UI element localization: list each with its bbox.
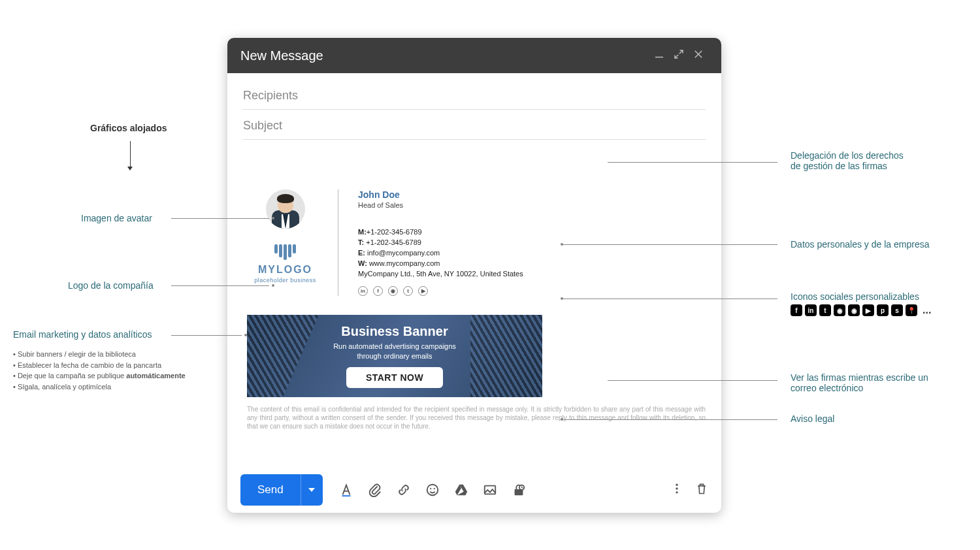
close-icon[interactable] — [689, 48, 708, 63]
subject-field[interactable]: Subject — [243, 110, 706, 140]
instagram-icon: ◉ — [848, 304, 860, 316]
label-legal: Aviso legal — [791, 413, 834, 424]
banner-subtitle: Run automated advertising campaigns thro… — [323, 342, 466, 361]
label-personal-data: Datos personales y de la empresa — [791, 239, 929, 250]
svg-point-1 — [430, 488, 431, 489]
label-company-logo: Logo de la compañía — [68, 280, 154, 291]
minimize-icon[interactable] — [649, 48, 669, 63]
linkedin-icon[interactable]: in — [358, 286, 368, 296]
label-avatar: Imagen de avatar — [81, 213, 152, 223]
legal-disclaimer: The content of this email is confidentia… — [247, 405, 706, 430]
email-signature: MYLOGO placeholder business John Doe Hea… — [243, 189, 706, 296]
youtube-icon: ▶ — [862, 304, 874, 316]
map-pin-icon: 📍 — [906, 304, 917, 316]
signature-social-icons: in f ◉ t ▶ — [358, 286, 706, 296]
signature-name: John Doe — [358, 189, 706, 200]
svg-point-8 — [676, 491, 678, 493]
company-logo-text: MYLOGO — [243, 264, 327, 276]
svg-point-2 — [433, 488, 434, 489]
facebook-icon[interactable]: f — [373, 286, 383, 296]
send-button[interactable]: Send — [240, 474, 301, 506]
label-hosted-graphics: Gráficos alojados — [90, 123, 167, 133]
confidential-icon[interactable] — [510, 481, 528, 499]
banner-cta-button[interactable]: START NOW — [346, 367, 443, 388]
more-social-icon: ... — [923, 304, 931, 316]
pinterest-icon: p — [877, 304, 889, 316]
company-logo-sub: placeholder business — [243, 277, 327, 283]
marketing-bullets: Subir banners / elegir de la biblioteca … — [13, 349, 186, 392]
format-text-icon[interactable] — [337, 481, 355, 499]
instagram-icon[interactable]: ◉ — [388, 286, 398, 296]
youtube-icon[interactable]: ▶ — [418, 286, 428, 296]
facebook-icon: f — [791, 304, 802, 316]
company-logo-mark — [243, 244, 327, 260]
label-see-signatures: Ver las firmas mientras escribe un corre… — [791, 372, 928, 393]
twitter-icon[interactable]: t — [403, 286, 413, 296]
svg-point-7 — [676, 487, 678, 489]
svg-point-6 — [676, 484, 678, 486]
chat-icon: ◉ — [834, 304, 845, 316]
discard-icon[interactable] — [695, 482, 708, 498]
banner-title: Business Banner — [323, 324, 466, 339]
emoji-icon[interactable] — [423, 481, 442, 499]
label-delegation: Delegación de los derechos de gestión de… — [791, 150, 904, 171]
avatar — [266, 189, 305, 229]
send-options-button[interactable] — [301, 474, 323, 506]
svg-point-0 — [427, 485, 438, 496]
compose-header: New Message — [227, 38, 721, 73]
signature-job-title: Head of Sales — [358, 201, 706, 209]
insert-image-icon[interactable] — [481, 481, 499, 499]
recipients-field[interactable]: Recipients — [243, 80, 706, 110]
drive-icon[interactable] — [452, 481, 470, 499]
signature-contact: M:+1-202-345-6789 T: +1-202-345-6789 E: … — [358, 227, 706, 280]
label-social-icons: Iconos sociales personalizables — [791, 291, 919, 302]
link-icon[interactable] — [395, 481, 413, 499]
arrow-down-icon — [127, 141, 133, 170]
linkedin-icon: in — [805, 304, 817, 316]
more-options-icon[interactable] — [670, 482, 683, 498]
compose-title: New Message — [240, 48, 649, 63]
compose-footer: Send — [227, 467, 721, 513]
promo-banner: Business Banner Run automated advertisin… — [247, 315, 542, 397]
social-icon-grid: f in t ◉ ◉ ▶ p s 📍 ... — [791, 304, 931, 316]
compose-window: New Message Recipients Subject MYLOGO — [227, 38, 721, 513]
label-marketing: Email marketing y datos analíticos — [13, 329, 152, 340]
skype-icon: s — [891, 304, 903, 316]
twitter-icon: t — [819, 304, 831, 316]
fullscreen-icon[interactable] — [669, 48, 689, 63]
attach-icon[interactable] — [366, 481, 384, 499]
